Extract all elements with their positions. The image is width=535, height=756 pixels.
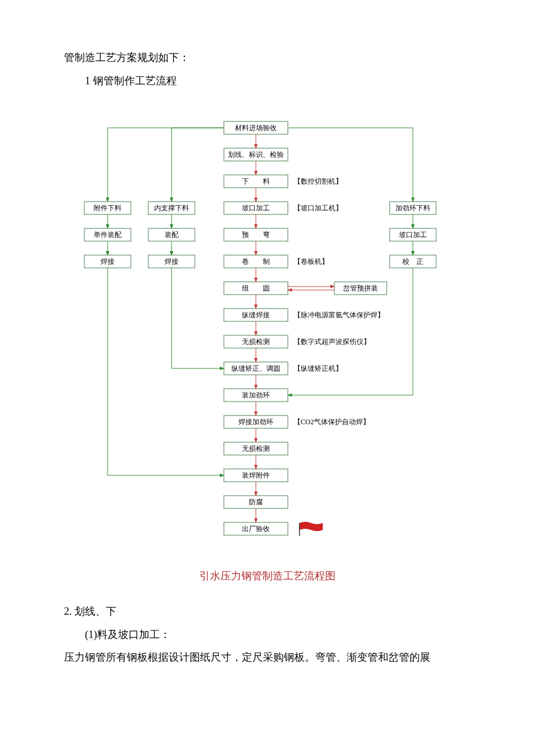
- main-step-12-label: 无损检测: [242, 445, 270, 453]
- main-step-3-label: 坡口加工: [241, 204, 270, 212]
- left2-0-label: 内支撑下料: [154, 204, 189, 212]
- main-step-6-label: 组 圆: [242, 284, 270, 292]
- main-step-5-label: 卷 制: [242, 257, 270, 266]
- diagram-caption: 引水压力钢管制造工艺流程图: [64, 569, 471, 583]
- note-3: 【坡口加工机】: [294, 204, 343, 212]
- flowchart: 材料进场验收划线、标识、检验下 料坡口加工预 弯卷 制组 圆纵缝焊接无损检测纵缝…: [64, 110, 471, 557]
- main-step-1-label: 划线、标识、检验: [228, 151, 284, 159]
- note-11: 【CO2气体保护自动焊】: [294, 418, 370, 426]
- body-text: 2. 划线、下 (1)料及坡口加工： 压力钢管所有钢板根据设计图纸尺寸，定尺采购…: [64, 600, 471, 669]
- left1-0-label: 附件下料: [94, 204, 122, 212]
- left2-2-label: 焊接: [165, 257, 179, 266]
- main-step-10-label: 装加劲环: [242, 391, 270, 399]
- left2-1-label: 装配: [165, 231, 179, 239]
- section-2-heading: 2. 划线、下: [64, 600, 471, 624]
- intro-line1: 管制造工艺方案规划如下：: [64, 46, 471, 70]
- section-2-sub: (1)料及坡口加工：: [64, 624, 471, 647]
- note-5: 【卷板机】: [294, 257, 329, 266]
- left1-1-label: 单件装配: [94, 231, 122, 239]
- left1-2-label: 焊接: [101, 257, 115, 266]
- main-step-4-label: 预 弯: [242, 231, 270, 239]
- note-7: 【脉冲电源富氩气体保护焊】: [294, 311, 384, 319]
- right-0-label: 加劲环下料: [395, 204, 430, 212]
- main-step-11-label: 焊接加劲环: [238, 418, 273, 426]
- flag-icon: [299, 522, 323, 531]
- intro-line2: 1 钢管制作工艺流程: [64, 70, 471, 93]
- main-step-9-label: 纵缝矫正、调圆: [231, 364, 280, 372]
- main-step-13-label: 装焊附件: [242, 471, 270, 479]
- note-9: 【纵缝矫正机】: [294, 364, 343, 372]
- main-step-0-label: 材料进场验收: [234, 124, 277, 132]
- note-2: 【数控切割机】: [294, 177, 343, 185]
- main-step-14-label: 防腐: [249, 498, 263, 506]
- right-2-label: 校 正: [402, 257, 423, 266]
- main-step-8-label: 无损检测: [242, 338, 270, 346]
- intro-block: 管制造工艺方案规划如下： 1 钢管制作工艺流程: [64, 46, 471, 92]
- main-step-7-label: 纵缝焊接: [242, 311, 270, 319]
- flowchart-svg: 材料进场验收划线、标识、检验下 料坡口加工预 弯卷 制组 圆纵缝焊接无损检测纵缝…: [64, 110, 471, 557]
- branch-box-label: 岔管预拼装: [343, 284, 378, 292]
- section-2-para: 压力钢管所有钢板根据设计图纸尺寸，定尺采购钢板。弯管、渐变管和岔管的展: [64, 646, 471, 669]
- main-step-15-label: 出厂验收: [242, 525, 270, 533]
- note-8: 【数字式超声波探伤仪】: [294, 338, 370, 346]
- right-1-label: 坡口加工: [398, 231, 427, 239]
- main-step-2-label: 下 料: [242, 177, 270, 185]
